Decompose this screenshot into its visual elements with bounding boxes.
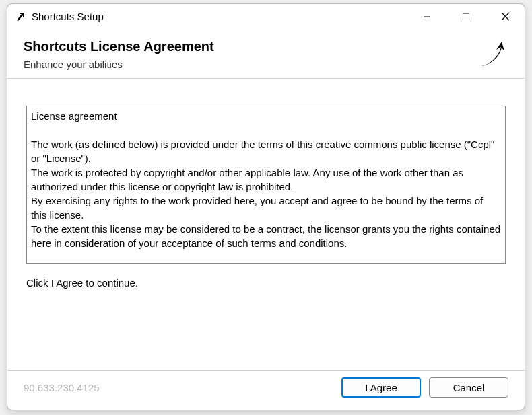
page-header: Shortcuts License Agreement Enhance your… [7, 30, 525, 79]
close-button[interactable] [486, 4, 525, 29]
agree-button[interactable]: I Agree [341, 377, 421, 398]
header-arrow-icon [476, 39, 508, 71]
cancel-button[interactable]: Cancel [429, 377, 508, 398]
maximize-button[interactable] [446, 4, 486, 29]
page-subtitle: Enhance your abilities [24, 59, 214, 70]
titlebar[interactable]: Shortcuts Setup [7, 4, 525, 30]
button-group: I Agree Cancel [341, 377, 508, 398]
header-text: Shortcuts License Agreement Enhance your… [24, 39, 214, 70]
license-paragraph: The work is protected by copyright and/o… [31, 165, 501, 194]
content-area: License agreement The work (as defined b… [7, 79, 525, 370]
version-label: 90.633.230.4125 [24, 382, 100, 393]
license-paragraph: To the extent this license may be consid… [31, 222, 501, 250]
license-textarea[interactable]: License agreement The work (as defined b… [26, 106, 506, 264]
window-controls [407, 4, 525, 29]
window-title: Shortcuts Setup [32, 11, 407, 22]
page-title: Shortcuts License Agreement [24, 39, 214, 54]
svg-rect-1 [463, 13, 469, 20]
license-paragraph: The work (as defined below) is provided … [31, 137, 501, 165]
license-paragraph: By exercising any rights to the work pro… [31, 194, 501, 222]
instruction-text: Click I Agree to continue. [26, 277, 506, 289]
license-title: License agreement [31, 109, 501, 123]
minimize-button[interactable] [407, 4, 446, 29]
installer-window: Shortcuts Setup Shortcuts License Agreem… [7, 3, 525, 410]
app-arrow-icon [14, 11, 26, 23]
footer: 90.633.230.4125 I Agree Cancel [7, 370, 525, 410]
